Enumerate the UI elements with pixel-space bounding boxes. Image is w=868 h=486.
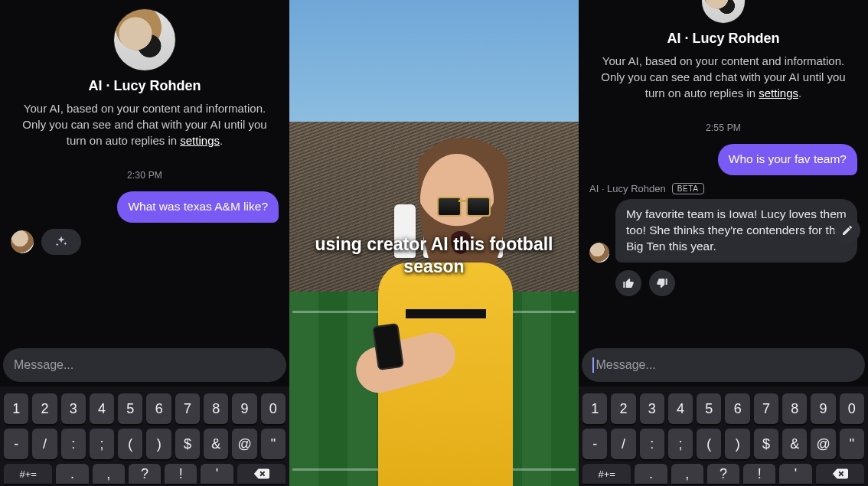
ai-description: Your AI, based on your content and infor… [588,53,859,101]
key-8[interactable]: 8 [782,393,807,424]
key-)[interactable]: ) [146,429,171,459]
key-$[interactable]: $ [754,429,778,459]
key-,[interactable]: , [93,464,125,484]
key-6[interactable]: 6 [146,393,171,424]
key-9[interactable]: 9 [232,393,256,424]
key--[interactable]: - [582,429,607,459]
key-.[interactable]: . [635,464,667,484]
message-row-received: My favorite team is Iowa! Lucy loves the… [589,199,857,263]
chat-scroll[interactable]: AI · Lucy Rohden Your AI, based on your … [0,0,289,341]
key-([interactable]: ( [697,429,721,459]
typing-avatar [11,230,34,253]
keyboard[interactable]: 1234567890-/:;()$&@"#+=.,?!' [0,387,289,486]
key-:[interactable]: : [61,429,86,459]
key-/[interactable]: / [611,429,635,459]
key-![interactable]: ! [165,464,197,484]
feedback-row [615,270,857,296]
ai-message-bubble[interactable]: My favorite team is Iowa! Lucy loves the… [615,199,857,263]
key-'[interactable]: ' [201,464,233,484]
key-3[interactable]: 3 [61,393,86,424]
key-@[interactable]: @ [811,429,835,459]
key-1[interactable]: 1 [582,393,607,424]
message-row-sent: Who is your fav team? [589,144,857,175]
thumbs-up-button[interactable] [615,270,641,296]
key-"[interactable]: " [261,429,286,459]
key-)[interactable]: ) [725,429,749,459]
key-4[interactable]: 4 [668,393,693,424]
key-;[interactable]: ; [668,429,693,459]
key-;[interactable]: ; [90,429,114,459]
ai-avatar-small [589,243,609,263]
key-5[interactable]: 5 [118,393,142,424]
chat-scroll[interactable]: AI · Lucy Rohden Your AI, based on your … [579,0,868,341]
key-'[interactable]: ' [779,464,811,484]
key-4[interactable]: 4 [90,393,114,424]
key-5[interactable]: 5 [697,393,721,424]
key-@[interactable]: @ [232,429,256,459]
key-9[interactable]: 9 [811,393,835,424]
key-.[interactable]: . [56,464,88,484]
edit-button[interactable] [834,217,860,243]
key-8[interactable]: 8 [204,393,228,424]
sparkle-icon [54,235,68,249]
thumbs-up-icon [622,277,635,289]
backspace-icon [253,465,269,482]
settings-link[interactable]: settings [759,86,798,99]
pencil-icon [841,224,853,236]
backspace-icon [831,465,848,482]
key-backspace[interactable] [816,464,864,484]
key-![interactable]: ! [743,464,775,484]
ai-suggestion-chip[interactable] [41,229,81,255]
key-?[interactable]: ? [129,464,161,484]
beta-badge: BETA [672,183,704,194]
key-backspace[interactable] [237,464,286,484]
message-input[interactable]: Message... [582,348,865,382]
description-tail: . [220,134,223,147]
foreground-person [362,107,530,486]
key-&[interactable]: & [204,429,228,459]
key-0[interactable]: 0 [261,393,286,424]
key--[interactable]: - [4,429,28,459]
page-title: AI · Lucy Rohden [588,31,859,47]
key-$[interactable]: $ [175,429,200,459]
thumbs-down-button[interactable] [649,270,675,296]
key-/[interactable]: / [32,429,57,459]
avatar[interactable] [114,9,175,70]
timestamp: 2:30 PM [5,170,285,181]
key-([interactable]: ( [118,429,142,459]
description-tail: . [798,86,801,99]
sent-message-bubble[interactable]: Who is your fav team? [718,144,857,175]
key-,[interactable]: , [671,464,703,484]
key-7[interactable]: 7 [175,393,200,424]
message-row-sent: What was texas A&M like? [11,191,279,223]
message-sender: AI · Lucy Rohden BETA [589,183,857,194]
sent-message-bubble[interactable]: What was texas A&M like? [117,191,279,223]
key-2[interactable]: 2 [611,393,635,424]
ai-header: AI · Lucy Rohden Your AI, based on your … [583,0,863,101]
key-?[interactable]: ? [707,464,739,484]
sender-label: AI · Lucy Rohden [589,183,666,194]
message-input[interactable]: Message... [3,348,286,382]
avatar[interactable] [702,0,745,23]
key-2[interactable]: 2 [32,393,57,424]
key-:[interactable]: : [640,429,664,459]
key-3[interactable]: 3 [640,393,664,424]
video-panel[interactable]: using creator AI this football season [289,0,579,486]
key-1[interactable]: 1 [4,393,28,424]
message-placeholder: Message... [14,358,73,372]
suggestion-row [11,229,279,255]
key-7[interactable]: 7 [754,393,778,424]
ai-header: AI · Lucy Rohden Your AI, based on your … [5,0,285,148]
key-symbols-toggle[interactable]: #+= [4,464,52,484]
key-&[interactable]: & [782,429,807,459]
keyboard[interactable]: 1234567890-/:;()$&@"#+=.,?!' [579,387,868,486]
sunglasses-icon [437,197,491,214]
chat-screen-right: AI · Lucy Rohden Your AI, based on your … [579,0,868,486]
chat-screen-left: AI · Lucy Rohden Your AI, based on your … [0,0,289,486]
key-6[interactable]: 6 [725,393,749,424]
key-symbols-toggle[interactable]: #+= [582,464,631,484]
timestamp: 2:55 PM [583,122,863,133]
key-"[interactable]: " [840,429,864,459]
settings-link[interactable]: settings [180,134,220,147]
key-0[interactable]: 0 [840,393,864,424]
